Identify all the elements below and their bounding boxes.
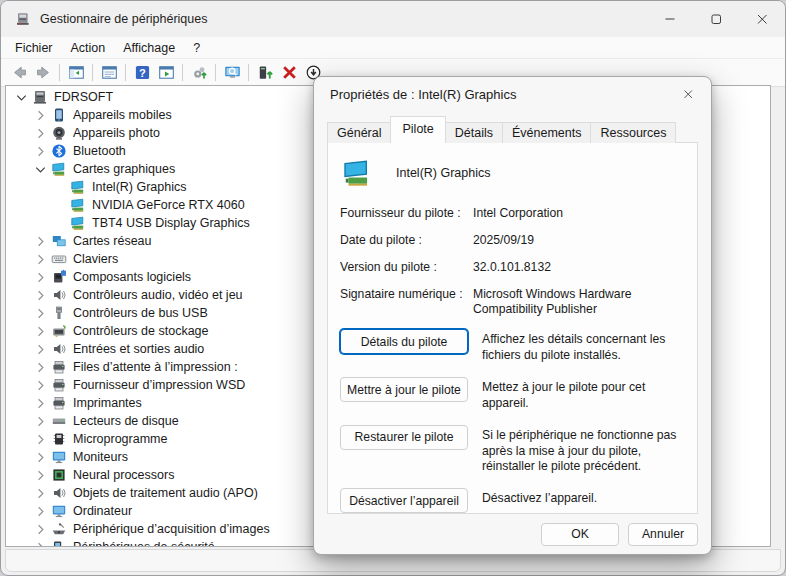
chevron-right-icon[interactable] — [33, 522, 48, 537]
tab-general[interactable]: Général — [327, 122, 391, 143]
forward-icon[interactable] — [31, 61, 55, 85]
printer-icon — [51, 377, 67, 393]
menu-affichage[interactable]: Affichage — [114, 39, 184, 57]
gpu-icon — [51, 161, 67, 177]
chevron-right-icon[interactable] — [33, 252, 48, 267]
scan-hardware-icon[interactable] — [187, 61, 211, 85]
update-driver-icon[interactable] — [253, 61, 277, 85]
bluetooth-icon — [51, 143, 67, 159]
action-description: Affichez les détails concernant les fich… — [482, 329, 685, 364]
tree-item-label: Files d’attente à l’impression : — [73, 360, 238, 374]
chevron-right-icon[interactable] — [33, 468, 48, 483]
chevron-right-icon[interactable] — [33, 450, 48, 465]
action-description: Désactivez l’appareil. — [482, 488, 597, 507]
search-computer-icon[interactable] — [220, 61, 244, 85]
export-list-icon[interactable] — [154, 61, 178, 85]
chevron-right-icon[interactable] — [33, 288, 48, 303]
dialog-footer: OK Annuler — [314, 514, 711, 554]
chevron-right-icon[interactable] — [33, 270, 48, 285]
monitor-icon — [51, 503, 67, 519]
dialog-tabs: GénéralPiloteDétailsÉvénementsRessources — [327, 116, 675, 143]
chevron-right-icon[interactable] — [33, 108, 48, 123]
chevron-right-icon[interactable] — [33, 504, 48, 519]
ok-button[interactable]: OK — [541, 523, 619, 546]
chevron-down-icon[interactable] — [33, 162, 48, 177]
tab-pilote[interactable]: Pilote — [390, 116, 445, 143]
tree-item-label: Bluetooth — [73, 144, 126, 158]
tree-item-label: Appareils mobiles — [73, 108, 172, 122]
desactiver-l-appareil-button[interactable]: Désactiver l’appareil — [340, 488, 468, 513]
neural-icon — [51, 467, 67, 483]
storage-icon — [51, 323, 67, 339]
tree-item-label: Imprimantes — [73, 396, 142, 410]
device-header: Intel(R) Graphics — [340, 157, 685, 188]
back-icon[interactable] — [7, 61, 31, 85]
details-du-pilote-button[interactable]: Détails du pilote — [340, 329, 468, 354]
maximize-button[interactable] — [693, 1, 739, 37]
chevron-right-icon[interactable] — [33, 432, 48, 447]
mettre-a-jour-le-pilote-button[interactable]: Mettre à jour le pilote — [340, 377, 468, 402]
chevron-right-icon[interactable] — [33, 144, 48, 159]
tree-item-label: Cartes réseau — [73, 234, 152, 248]
menu-action[interactable]: Action — [62, 39, 115, 57]
driver-actions: Détails du piloteAffichez les détails co… — [340, 329, 685, 514]
chevron-right-icon[interactable] — [33, 360, 48, 375]
toolbar-separator — [125, 64, 126, 81]
tree-item-label: Appareils photo — [73, 126, 160, 140]
tab-ressources[interactable]: Ressources — [590, 122, 676, 143]
chevron-down-icon[interactable] — [14, 90, 29, 105]
chevron-right-icon[interactable] — [33, 540, 48, 548]
field-value: Intel Corporation — [473, 206, 685, 222]
printer-icon — [51, 395, 67, 411]
menu-help[interactable]: ? — [184, 39, 209, 57]
chevron-spacer — [52, 198, 67, 213]
tree-item-label: Ordinateur — [73, 504, 132, 518]
chevron-right-icon[interactable] — [33, 414, 48, 429]
restaurer-le-pilote-button[interactable]: Restaurer le pilote — [340, 425, 468, 450]
cancel-button[interactable]: Annuler — [628, 523, 698, 546]
field-value: 32.0.101.8132 — [473, 260, 685, 276]
audio-icon — [51, 341, 67, 357]
tree-item-label: Périphériques de sécurité — [73, 540, 215, 547]
chevron-spacer — [52, 180, 67, 195]
chevron-right-icon[interactable] — [33, 396, 48, 411]
dialog-close-button[interactable] — [669, 79, 707, 109]
driver-field-row: Version du pilote :32.0.101.8132 — [340, 260, 685, 276]
field-value: Microsoft Windows Hardware Compatibility… — [473, 287, 685, 319]
minimize-button[interactable] — [647, 1, 693, 37]
close-button[interactable] — [739, 1, 785, 37]
disk-icon — [51, 413, 67, 429]
field-label: Fournisseur du pilote : — [340, 206, 473, 222]
tree-item-label: Périphérique d’acquisition d’images — [73, 522, 270, 536]
chevron-right-icon[interactable] — [33, 486, 48, 501]
properties-icon[interactable] — [97, 61, 121, 85]
chevron-right-icon[interactable] — [33, 378, 48, 393]
gpu-icon — [70, 197, 86, 213]
tree-item-label: TBT4 USB Display Graphics — [92, 216, 250, 230]
gpu-icon — [70, 179, 86, 195]
uninstall-device-icon[interactable] — [277, 61, 301, 85]
chevron-right-icon[interactable] — [33, 234, 48, 249]
software-icon — [51, 269, 67, 285]
menu-fichier[interactable]: Fichier — [6, 39, 62, 57]
driver-action-row: Détails du piloteAffichez les détails co… — [340, 329, 685, 364]
field-label: Date du pilote : — [340, 233, 473, 249]
window-title: Gestionnaire de périphériques — [40, 12, 647, 26]
help-icon[interactable] — [130, 61, 154, 85]
field-label: Version du pilote : — [340, 260, 473, 276]
driver-field-row: Fournisseur du pilote :Intel Corporation — [340, 206, 685, 222]
console-tree-icon[interactable] — [64, 61, 88, 85]
pc-icon — [32, 89, 48, 105]
chevron-right-icon[interactable] — [33, 324, 48, 339]
chevron-right-icon[interactable] — [33, 126, 48, 141]
tree-item-label: Fournisseur d’impression WSD — [73, 378, 245, 392]
chevron-right-icon[interactable] — [33, 306, 48, 321]
driver-field-row: Signataire numérique :Microsoft Windows … — [340, 287, 685, 319]
chevron-right-icon[interactable] — [33, 342, 48, 357]
action-description: Si le périphérique ne fonctionne pas apr… — [482, 425, 685, 476]
tab-evenements[interactable]: Événements — [502, 122, 591, 143]
audio-icon — [51, 287, 67, 303]
tab-details[interactable]: Détails — [445, 122, 503, 143]
network-icon — [51, 233, 67, 249]
chevron-spacer — [52, 216, 67, 231]
